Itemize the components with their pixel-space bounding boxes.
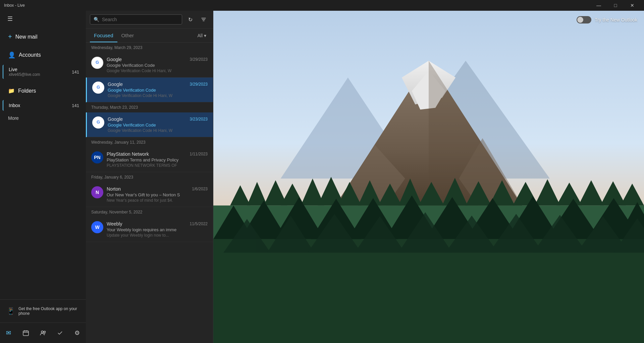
focused-tab-label: Focused [94,33,113,38]
person-icon: 👤 [8,51,15,59]
date-separator-3: Wednesday, January 11, 2023 [86,137,213,147]
more-button[interactable]: More [3,112,83,124]
date-separator-5: Saturday, November 5, 2022 [86,207,213,217]
other-tab-label: Other [121,33,134,38]
folders-section[interactable]: 📁 Folders [3,83,83,99]
phone-icon: 📱 [7,307,15,315]
sidebar: ☰ + New mail 👤 Accounts Live xlive65@liv… [0,11,86,343]
email-subject-4: PlayStation Terms and Privacy Policy [107,157,208,162]
accounts-section[interactable]: 👤 Accounts [3,47,83,63]
email-preview-1: Google Verification Code Hi Hani, W [107,68,208,73]
folder-icon: 📁 [8,88,15,94]
search-bar: 🔍 ↻ [86,11,213,29]
tasks-nav-button[interactable] [53,326,67,340]
avatar-3: G [92,116,104,129]
email-header-1: Google 3/29/2023 [107,57,208,62]
email-sender-3: Google [108,116,123,122]
email-preview-4: PLAYSTATION NETWORK TERMS OF [107,163,208,168]
maximize-button[interactable]: □ [608,0,623,11]
email-item-3[interactable]: G Google 3/23/2023 Google Verification C… [86,112,213,137]
tabs-bar: Focused Other All ▾ [86,29,213,43]
email-header-4: PlayStation Network 1/11/2023 [107,151,208,157]
email-preview-6: Update your Weebly login now to... [107,233,208,238]
inbox-count: 141 [72,103,79,108]
promo-label: Get the free Outlook app on your phone [18,306,79,316]
email-item-6[interactable]: W Weebly 11/5/2022 Your Weebly login req… [86,217,213,242]
email-subject-6: Your Weebly login requires an imme [107,227,208,232]
search-input[interactable] [102,17,178,22]
all-dropdown[interactable]: All ▾ [195,32,209,40]
svg-point-5 [44,331,45,333]
mail-nav-button[interactable]: ✉ [1,326,16,340]
email-item-5[interactable]: N Norton 1/6/2023 Our New Year's Gift to… [86,182,213,207]
refresh-button[interactable]: ↻ [185,14,196,25]
search-input-wrap[interactable]: 🔍 [90,14,182,24]
people-nav-button[interactable] [36,326,50,340]
email-sender-2: Google [108,82,123,87]
folders-label: Folders [18,88,36,94]
svg-rect-0 [23,331,29,336]
email-sender-5: Norton [107,186,121,192]
sidebar-bottom: 📱 Get the free Outlook app on your phone [0,299,86,323]
accounts-label: Accounts [19,52,41,58]
new-mail-label: New mail [15,34,38,40]
account-badge: 141 [72,69,79,75]
all-label: All [197,33,203,38]
date-separator-1: Wednesday, March 29, 2023 [86,43,213,53]
filter-button[interactable] [198,14,209,25]
outlook-app-promo[interactable]: 📱 Get the free Outlook app on your phone [4,304,82,318]
minimize-button[interactable]: — [591,0,606,11]
settings-nav-button[interactable]: ⚙ [70,326,85,340]
email-content-1: Google 3/29/2023 Google Verification Cod… [107,57,208,73]
email-content-5: Norton 1/6/2023 Our New Year's Gift to y… [107,186,208,203]
svg-text:G: G [97,85,100,90]
folder-list: Inbox 141 [3,100,83,111]
email-date-2: 3/29/2023 [190,82,208,87]
svg-point-4 [41,331,43,333]
calendar-nav-button[interactable] [18,326,33,340]
hamburger-button[interactable]: ☰ [4,13,16,25]
email-header-6: Weebly 11/5/2022 [107,221,208,227]
date-separator-4: Friday, January 6, 2023 [86,172,213,182]
account-name: Live [9,67,40,72]
email-item-4[interactable]: PN PlayStation Network 1/11/2023 PlaySta… [86,147,213,172]
more-label: More [8,115,19,121]
tab-focused[interactable]: Focused [90,29,117,42]
avatar-2: G [92,82,104,94]
close-button[interactable]: ✕ [625,0,640,11]
window-controls: — □ ✕ [591,0,640,11]
email-preview-5: New Year's peace of mind for just $4. [107,198,208,203]
new-mail-plus-icon: + [8,33,12,41]
email-preview-3: Google Verification Code Hi Hani, W [108,128,208,133]
email-sender-4: PlayStation Network [107,151,149,157]
email-item-1[interactable]: G Google 3/29/2023 Google Verification C… [86,53,213,78]
email-preview-2: Google Verification Code Hi Hani, W [108,93,208,98]
title-bar: Inbox - Live — □ ✕ [0,0,644,11]
try-outlook-toggle[interactable] [577,16,591,23]
inbox-folder-item[interactable]: Inbox 141 [3,100,83,111]
email-date-1: 3/29/2023 [190,57,208,62]
new-mail-button[interactable]: + New mail [3,28,83,45]
try-new-outlook-container: Try the New Outlook [577,16,637,23]
email-date-3: 3/23/2023 [190,117,208,121]
email-header-3: Google 3/23/2023 [108,116,208,122]
email-date-4: 1/11/2023 [190,152,208,156]
reading-pane: Try the New Outlook [213,11,644,343]
svg-text:G: G [96,60,99,65]
toggle-knob [577,17,583,23]
bottom-nav-bar: ✉ [0,323,86,343]
email-content-2: Google 3/29/2023 Google Verification Cod… [108,82,208,98]
email-sender-6: Weebly [107,221,122,227]
email-date-5: 1/6/2023 [192,187,208,191]
email-list-panel: 🔍 ↻ Focused Other All ▾ [86,11,213,343]
account-item-live[interactable]: Live xlive65@live.com 141 [3,65,83,79]
email-date-6: 11/5/2022 [190,222,208,226]
sidebar-top: ☰ [0,11,86,27]
chevron-down-icon: ▾ [204,33,206,38]
email-header-5: Norton 1/6/2023 [107,186,208,192]
email-content-4: PlayStation Network 1/11/2023 PlayStatio… [107,151,208,168]
email-list: Wednesday, March 29, 2023 G Google 3/29/… [86,43,213,343]
tab-other[interactable]: Other [117,29,138,42]
search-icon: 🔍 [94,17,99,22]
email-item-2[interactable]: G Google 3/29/2023 Google Verification C… [86,78,213,102]
